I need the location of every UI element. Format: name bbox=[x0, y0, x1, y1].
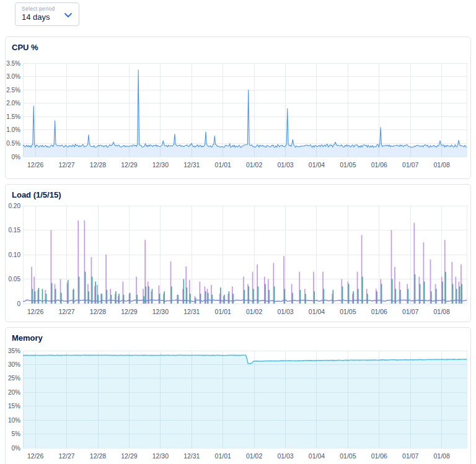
svg-text:01/05: 01/05 bbox=[340, 452, 356, 460]
svg-text:3.5%: 3.5% bbox=[6, 60, 20, 67]
svg-text:12/31: 12/31 bbox=[183, 161, 200, 169]
svg-text:12/28: 12/28 bbox=[90, 452, 106, 460]
svg-text:01/08: 01/08 bbox=[434, 452, 450, 460]
svg-text:01/07: 01/07 bbox=[402, 308, 418, 315]
svg-text:01/02: 01/02 bbox=[246, 161, 262, 169]
svg-text:01/03: 01/03 bbox=[277, 308, 293, 315]
svg-text:2.5%: 2.5% bbox=[6, 87, 20, 94]
svg-text:0.20: 0.20 bbox=[9, 203, 21, 209]
svg-text:25%: 25% bbox=[8, 375, 20, 382]
svg-text:12/30: 12/30 bbox=[152, 308, 169, 315]
memory-chart-area[interactable]: 35%30%25%20%15%10%5%0%12/2612/2712/2812/… bbox=[6, 328, 470, 464]
svg-text:01/05: 01/05 bbox=[340, 308, 356, 315]
svg-text:12/30: 12/30 bbox=[152, 452, 169, 460]
svg-text:0%: 0% bbox=[12, 445, 21, 452]
svg-text:0.5%: 0.5% bbox=[6, 140, 20, 147]
svg-text:12/27: 12/27 bbox=[58, 308, 74, 315]
svg-text:12/30: 12/30 bbox=[152, 161, 169, 169]
svg-text:35%: 35% bbox=[8, 348, 20, 354]
svg-text:0.05: 0.05 bbox=[9, 276, 21, 282]
chevron-down-icon bbox=[64, 13, 72, 18]
svg-text:30%: 30% bbox=[8, 361, 20, 368]
svg-text:01/06: 01/06 bbox=[371, 452, 387, 460]
cpu-panel: CPU % 3.5%3.0%2.5%2.0%1.5%1.0%0.5%0%12/2… bbox=[5, 37, 471, 179]
svg-text:15%: 15% bbox=[8, 403, 20, 409]
cpu-chart-title: CPU % bbox=[6, 37, 470, 52]
svg-text:12/29: 12/29 bbox=[121, 452, 137, 460]
svg-text:12/27: 12/27 bbox=[58, 452, 74, 460]
svg-text:12/26: 12/26 bbox=[27, 161, 43, 169]
svg-text:5%: 5% bbox=[12, 431, 21, 437]
load-chart-title: Load (1/5/15) bbox=[6, 185, 470, 199]
svg-text:12/26: 12/26 bbox=[27, 452, 43, 460]
svg-text:01/04: 01/04 bbox=[309, 452, 325, 460]
load-chart-area[interactable]: 0.200.150.100.05012/2612/2712/2812/2912/… bbox=[6, 185, 470, 322]
cpu-chart-area[interactable]: 3.5%3.0%2.5%2.0%1.5%1.0%0.5%0%12/2612/27… bbox=[6, 37, 470, 178]
svg-text:01/08: 01/08 bbox=[434, 308, 450, 315]
svg-text:01/02: 01/02 bbox=[246, 452, 262, 460]
svg-text:01/03: 01/03 bbox=[277, 452, 293, 460]
svg-text:01/04: 01/04 bbox=[309, 161, 325, 169]
svg-text:0%: 0% bbox=[12, 154, 21, 160]
toolbar: Select period 14 days bbox=[0, 0, 476, 26]
svg-text:12/31: 12/31 bbox=[183, 452, 200, 460]
svg-text:1.5%: 1.5% bbox=[6, 113, 20, 120]
svg-text:2.0%: 2.0% bbox=[6, 100, 20, 107]
svg-text:0.15: 0.15 bbox=[9, 227, 21, 234]
svg-text:0.10: 0.10 bbox=[9, 252, 21, 258]
svg-text:01/06: 01/06 bbox=[371, 308, 387, 315]
svg-text:12/28: 12/28 bbox=[90, 308, 106, 315]
svg-text:0: 0 bbox=[17, 300, 20, 307]
svg-text:1.0%: 1.0% bbox=[6, 126, 20, 133]
svg-text:01/05: 01/05 bbox=[340, 161, 356, 169]
svg-text:12/31: 12/31 bbox=[183, 308, 200, 315]
memory-chart-title: Memory bbox=[6, 328, 470, 343]
svg-text:12/29: 12/29 bbox=[121, 308, 137, 315]
svg-text:20%: 20% bbox=[8, 389, 20, 396]
svg-text:10%: 10% bbox=[8, 417, 20, 424]
svg-text:01/08: 01/08 bbox=[434, 161, 450, 169]
svg-text:01/02: 01/02 bbox=[246, 308, 262, 315]
load-panel: Load (1/5/15) 0.200.150.100.05012/2612/2… bbox=[5, 184, 471, 322]
svg-text:3.0%: 3.0% bbox=[6, 73, 20, 80]
period-select-dropdown[interactable]: Select period 14 days bbox=[15, 2, 79, 26]
period-select-label: Select period bbox=[22, 6, 73, 12]
svg-text:01/06: 01/06 bbox=[371, 161, 387, 169]
svg-text:12/26: 12/26 bbox=[27, 308, 43, 315]
memory-panel: Memory 35%30%25%20%15%10%5%0%12/2612/271… bbox=[5, 327, 471, 464]
svg-text:01/07: 01/07 bbox=[402, 452, 418, 460]
svg-text:12/27: 12/27 bbox=[58, 161, 74, 169]
svg-text:01/01: 01/01 bbox=[215, 161, 231, 169]
svg-text:01/07: 01/07 bbox=[402, 161, 418, 169]
svg-text:01/01: 01/01 bbox=[215, 308, 231, 315]
svg-text:01/01: 01/01 bbox=[215, 452, 231, 460]
svg-text:01/04: 01/04 bbox=[309, 308, 325, 315]
svg-text:12/29: 12/29 bbox=[121, 161, 137, 169]
svg-text:01/03: 01/03 bbox=[277, 161, 293, 169]
svg-text:12/28: 12/28 bbox=[90, 161, 106, 169]
